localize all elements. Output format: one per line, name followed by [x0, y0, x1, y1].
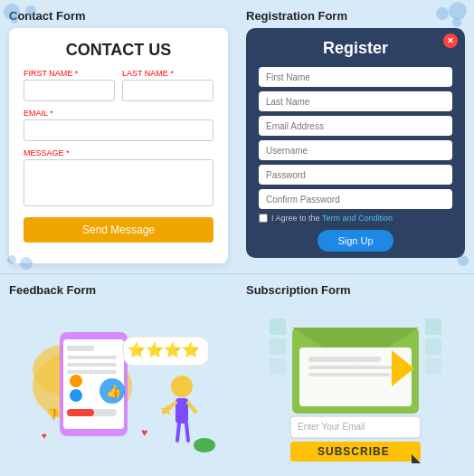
- svg-rect-40: [308, 373, 390, 376]
- feedback-illustration: 👍 ⭐⭐⭐⭐ ☆ ★: [14, 305, 223, 459]
- subscription-section-title: Subscription Form: [246, 283, 465, 297]
- reg-lastname-input[interactable]: [259, 91, 452, 111]
- first-name-input[interactable]: [24, 80, 115, 101]
- subscription-illustration: Enter Your Email SUBSCRIBE: [265, 300, 446, 463]
- main-grid: Contact Form CONTACT US FIRST NAME * LAS…: [0, 0, 474, 476]
- email-input[interactable]: [24, 119, 213, 141]
- email-label: EMAIL *: [24, 109, 213, 118]
- svg-rect-4: [67, 346, 94, 351]
- svg-rect-7: [67, 370, 117, 374]
- svg-point-17: [171, 376, 193, 397]
- svg-rect-9: [67, 409, 94, 416]
- svg-line-20: [188, 403, 195, 412]
- signup-button[interactable]: Sign Up: [318, 230, 393, 252]
- svg-text:Enter Your Email: Enter Your Email: [298, 422, 365, 432]
- svg-text:♥: ♥: [141, 426, 147, 439]
- first-name-group: FIRST NAME *: [24, 69, 115, 101]
- svg-rect-33: [425, 338, 441, 355]
- svg-rect-34: [425, 358, 441, 375]
- reg-confirm-password-input[interactable]: [259, 189, 452, 209]
- first-name-label: FIRST NAME *: [24, 69, 115, 78]
- svg-line-21: [177, 424, 179, 441]
- svg-text:☆: ☆: [204, 342, 217, 357]
- svg-text:👎: 👎: [46, 407, 60, 421]
- svg-rect-38: [308, 357, 381, 362]
- terms-label: I Agree to the Term and Condition: [271, 214, 393, 223]
- send-message-button[interactable]: Send Message: [24, 217, 213, 243]
- message-textarea[interactable]: [24, 159, 213, 206]
- svg-rect-39: [308, 366, 399, 369]
- svg-text:★: ★: [159, 401, 174, 419]
- last-name-text: LAST NAME: [122, 69, 168, 78]
- contact-card: CONTACT US FIRST NAME * LAST NAME * EMAI…: [9, 28, 228, 263]
- svg-point-11: [70, 389, 82, 402]
- register-heading: Register: [259, 39, 452, 58]
- svg-rect-29: [270, 319, 286, 335]
- contact-section-title: Contact Form: [9, 9, 228, 23]
- svg-line-22: [186, 424, 188, 441]
- svg-text:♥: ♥: [42, 431, 47, 441]
- message-label: MESSAGE *: [24, 148, 213, 157]
- terms-link[interactable]: Term and Condition: [322, 214, 393, 223]
- svg-text:SUBSCRIBE: SUBSCRIBE: [318, 445, 390, 458]
- registration-section-title: Registration Form: [246, 9, 465, 23]
- first-name-text: FIRST NAME: [24, 69, 72, 78]
- svg-rect-31: [270, 358, 286, 375]
- subscription-quadrant: Subscription Form: [237, 273, 474, 476]
- svg-rect-6: [67, 363, 117, 367]
- svg-rect-5: [67, 356, 117, 359]
- last-name-label: LAST NAME *: [122, 69, 213, 78]
- name-row: FIRST NAME * LAST NAME *: [24, 69, 213, 101]
- reg-password-input[interactable]: [259, 165, 452, 185]
- svg-rect-25: [203, 441, 206, 450]
- svg-rect-18: [175, 398, 188, 424]
- reg-firstname-input[interactable]: [259, 67, 452, 87]
- last-name-input[interactable]: [122, 80, 213, 101]
- terms-checkbox[interactable]: [259, 214, 268, 223]
- reg-username-input[interactable]: [259, 140, 452, 160]
- contact-quadrant: Contact Form CONTACT US FIRST NAME * LAS…: [0, 0, 237, 273]
- close-button[interactable]: ✕: [443, 33, 458, 48]
- register-card: ✕ Register I Agree to the Term and Condi…: [246, 28, 465, 258]
- last-name-group: LAST NAME *: [122, 69, 213, 101]
- reg-email-input[interactable]: [259, 116, 452, 136]
- feedback-image-area: 👍 ⭐⭐⭐⭐ ☆ ★: [9, 302, 228, 461]
- registration-quadrant: Registration Form ✕ Register I Agree to …: [237, 0, 474, 273]
- contact-heading: CONTACT US: [24, 41, 213, 60]
- message-group: MESSAGE *: [24, 148, 213, 206]
- svg-point-10: [70, 375, 82, 387]
- subscription-image-area: Enter Your Email SUBSCRIBE: [246, 302, 465, 461]
- svg-text:👍: 👍: [106, 384, 122, 399]
- feedback-section-title: Feedback Form: [9, 283, 228, 297]
- svg-rect-32: [425, 319, 441, 335]
- svg-rect-30: [270, 338, 286, 355]
- terms-row: I Agree to the Term and Condition: [259, 214, 452, 223]
- email-group: EMAIL *: [24, 109, 213, 141]
- svg-text:⭐⭐⭐⭐: ⭐⭐⭐⭐: [128, 341, 200, 358]
- feedback-quadrant: Feedback Form: [0, 273, 237, 476]
